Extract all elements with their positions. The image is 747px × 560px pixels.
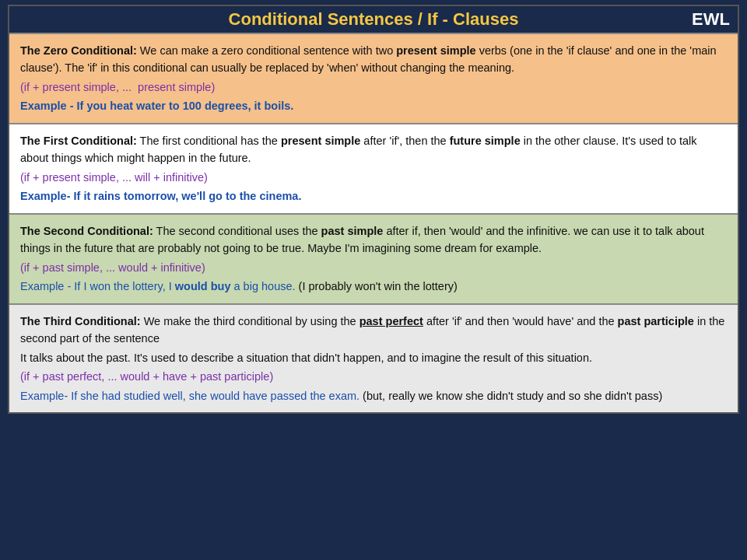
zero-main-text: The Zero Conditional: We can make a zero… — [20, 42, 727, 77]
first-title: The First Conditional: — [20, 135, 137, 147]
first-formula: (if + present simple, ... will + infinit… — [20, 169, 727, 186]
second-formula: (if + past simple, ... would + infinitiv… — [20, 259, 727, 276]
ewl-label: EWL — [692, 9, 730, 30]
section-third: The Third Conditional: We make the third… — [9, 303, 738, 412]
third-continuation: It talks about the past. It's used to de… — [20, 349, 727, 366]
third-formula: (if + past perfect, ... would + have + p… — [20, 368, 727, 385]
page-title: Conditional Sentences / If - Clauses — [17, 9, 730, 30]
first-example: Example- If it rains tomorrow, we'll go … — [20, 187, 727, 205]
third-title: The Third Conditional: — [20, 315, 141, 327]
second-title: The Second Conditional: — [20, 225, 153, 237]
section-first: The First Conditional: The first conditi… — [9, 123, 738, 213]
first-main-text: The First Conditional: The first conditi… — [20, 132, 727, 167]
second-example: Example - If I won the lottery, I would … — [20, 278, 727, 295]
third-example: Example- If she had studied well, she wo… — [20, 387, 727, 404]
second-main-text: The Second Conditional: The second condi… — [20, 222, 727, 257]
section-second: The Second Conditional: The second condi… — [9, 213, 738, 303]
section-zero: The Zero Conditional: We can make a zero… — [9, 33, 738, 123]
header: Conditional Sentences / If - Clauses EWL — [9, 6, 738, 33]
zero-formula: (if + present simple, ... present simple… — [20, 79, 727, 96]
main-container: Conditional Sentences / If - Clauses EWL… — [8, 5, 739, 414]
zero-title: The Zero Conditional: — [20, 44, 137, 57]
zero-example: Example - If you heat water to 100 degre… — [20, 97, 727, 114]
third-main-text: The Third Conditional: We make the third… — [20, 313, 727, 348]
